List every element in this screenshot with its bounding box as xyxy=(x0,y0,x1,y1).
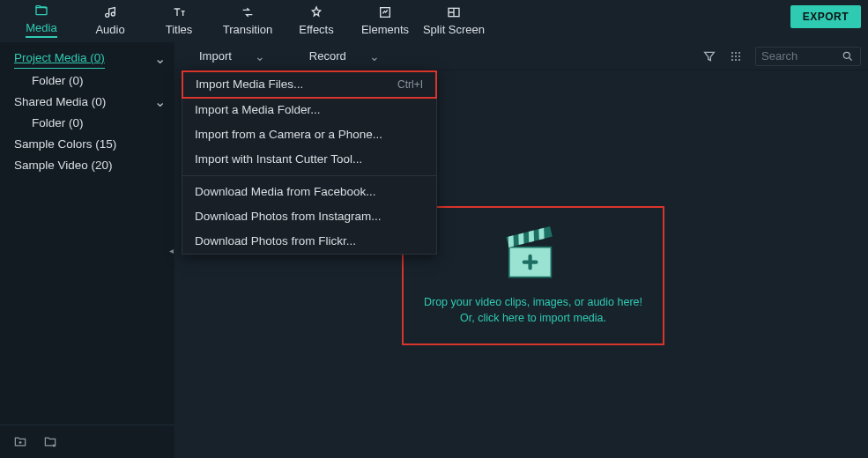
svg-point-8 xyxy=(735,55,737,57)
svg-rect-19 xyxy=(538,228,544,240)
sidebar-item-label: Folder (0) xyxy=(32,114,84,132)
menu-item-instant-cutter[interactable]: Import with Instant Cutter Tool... xyxy=(182,147,436,172)
svg-rect-16 xyxy=(508,235,514,247)
sidebar-item-project-media[interactable]: Project Media (0) ⌄ xyxy=(0,48,174,70)
menu-item-label: Import with Instant Cutter Tool... xyxy=(195,151,362,168)
menu-item-shortcut: Ctrl+I xyxy=(397,76,423,93)
search-box[interactable] xyxy=(755,47,861,66)
record-dropdown-button[interactable]: Record ⌄ xyxy=(309,46,380,67)
tab-audio[interactable]: Audio xyxy=(76,0,145,41)
chevron-down-icon[interactable]: ⌄ xyxy=(154,50,166,68)
toolbar-right xyxy=(702,42,861,70)
tab-label: Split Screen xyxy=(423,23,485,36)
content-toolbar: Import ⌄ Record ⌄ xyxy=(174,42,868,70)
dropzone-text-1: Drop your video clips, images, or audio … xyxy=(424,294,642,310)
dropzone-text-2: Or, click here to import media. xyxy=(460,310,606,326)
sidebar: Project Media (0) ⌄ Folder (0) Shared Me… xyxy=(0,42,174,458)
tab-media[interactable]: Media xyxy=(7,0,76,41)
remove-folder-icon[interactable] xyxy=(42,435,58,448)
import-dropdown-button[interactable]: Import ⌄ xyxy=(199,46,265,67)
svg-point-10 xyxy=(731,59,733,61)
tab-transition[interactable]: Transition xyxy=(213,0,282,41)
search-input[interactable] xyxy=(761,49,841,63)
menu-item-label: Download Photos from Flickr... xyxy=(195,233,356,250)
tab-split-screen[interactable]: Split Screen xyxy=(419,0,488,41)
svg-point-5 xyxy=(735,52,737,54)
sidebar-item-sample-colors[interactable]: Sample Colors (15) xyxy=(0,134,174,155)
filter-icon[interactable] xyxy=(702,49,716,63)
sidebar-item-folder[interactable]: Folder (0) xyxy=(0,70,174,92)
menu-item-label: Import Media Files... xyxy=(196,76,303,93)
top-tab-bar: Media Audio Titles Transition Effects El… xyxy=(0,0,868,42)
record-label: Record xyxy=(309,49,346,63)
svg-point-13 xyxy=(843,52,849,58)
svg-point-6 xyxy=(738,52,740,54)
sidebar-item-shared-media[interactable]: Shared Media (0) ⌄ xyxy=(0,92,174,113)
menu-item-download-flickr[interactable]: Download Photos from Flickr... xyxy=(182,229,436,254)
import-label: Import xyxy=(199,49,232,63)
menu-item-import-media-folder[interactable]: Import a Media Folder... xyxy=(182,98,436,122)
sidebar-footer xyxy=(0,425,174,458)
export-button[interactable]: EXPORT xyxy=(790,5,861,28)
tab-label: Transition xyxy=(223,23,273,36)
svg-point-9 xyxy=(738,55,740,57)
sidebar-item-label: Sample Colors (15) xyxy=(14,136,116,153)
menu-item-download-facebook[interactable]: Download Media from Facebook... xyxy=(182,180,436,204)
media-dropzone[interactable]: Drop your video clips, images, or audio … xyxy=(402,206,664,345)
folder-icon xyxy=(34,4,48,18)
menu-item-download-instagram[interactable]: Download Photos from Instagram... xyxy=(182,204,436,229)
menu-item-import-media-files[interactable]: Import Media Files... Ctrl+I xyxy=(182,70,437,99)
search-icon[interactable] xyxy=(841,49,855,63)
chevron-down-icon: ⌄ xyxy=(369,49,380,63)
chevron-down-icon[interactable]: ⌄ xyxy=(154,93,166,111)
svg-rect-17 xyxy=(518,233,523,245)
svg-point-4 xyxy=(731,52,733,54)
transition-icon xyxy=(241,5,255,19)
menu-separator xyxy=(182,175,436,176)
titles-icon xyxy=(172,5,186,19)
tab-label: Audio xyxy=(95,23,124,36)
svg-rect-18 xyxy=(529,231,534,243)
sidebar-item-label: Folder (0) xyxy=(32,72,84,90)
svg-point-12 xyxy=(738,59,740,61)
add-folder-icon[interactable] xyxy=(12,435,28,448)
grid-icon[interactable] xyxy=(729,49,743,63)
tab-elements[interactable]: Elements xyxy=(351,0,419,41)
chevron-down-icon: ⌄ xyxy=(255,49,265,63)
menu-item-label: Import a Media Folder... xyxy=(195,101,321,119)
effects-icon xyxy=(309,5,323,19)
music-icon xyxy=(103,5,117,19)
svg-point-11 xyxy=(735,59,737,61)
menu-item-import-camera[interactable]: Import from a Camera or a Phone... xyxy=(182,122,436,147)
sidebar-item-sample-video[interactable]: Sample Video (20) xyxy=(0,155,174,176)
sidebar-item-label: Shared Media (0) xyxy=(14,93,106,111)
sidebar-item-label: Sample Video (20) xyxy=(14,157,113,174)
import-dropdown-menu: Import Media Files... Ctrl+I Import a Me… xyxy=(182,70,437,255)
tab-label: Elements xyxy=(361,23,409,36)
sidebar-item-label: Project Media (0) xyxy=(14,49,105,69)
clapperboard-icon xyxy=(503,225,563,285)
sidebar-item-folder[interactable]: Folder (0) xyxy=(0,113,174,134)
menu-item-label: Download Photos from Instagram... xyxy=(195,208,382,225)
tab-label: Titles xyxy=(166,23,193,36)
tab-effects[interactable]: Effects xyxy=(282,0,351,41)
tab-label: Media xyxy=(26,21,56,38)
elements-icon xyxy=(378,5,392,19)
menu-item-label: Download Media from Facebook... xyxy=(195,183,376,201)
menu-item-label: Import from a Camera or a Phone... xyxy=(195,126,382,144)
svg-point-7 xyxy=(731,55,733,57)
tab-titles[interactable]: Titles xyxy=(145,0,213,41)
split-screen-icon xyxy=(447,5,461,19)
tab-label: Effects xyxy=(299,23,334,36)
